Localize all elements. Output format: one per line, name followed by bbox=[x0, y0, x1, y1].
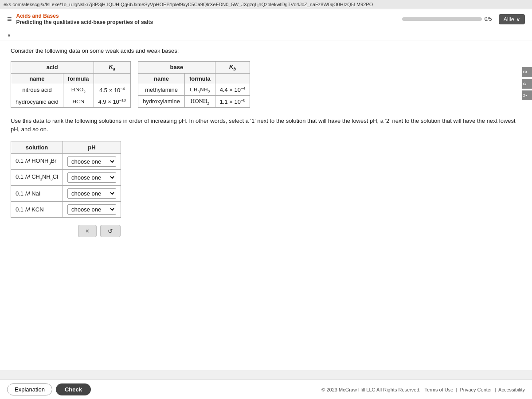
hamburger-icon[interactable]: ≡ bbox=[7, 15, 12, 24]
base-name-1: methylamine bbox=[138, 84, 185, 96]
user-button[interactable]: Allie ∨ bbox=[499, 14, 525, 24]
base-kb-subheader bbox=[215, 73, 250, 84]
ph-select-3[interactable]: choose one 1 2 3 4 bbox=[67, 188, 116, 199]
bottom-left: Explanation Check bbox=[7, 383, 91, 395]
acid-name-1: nitrous acid bbox=[11, 84, 63, 96]
table-row: 0.1 M HONH3Br choose one 1 2 3 4 bbox=[11, 153, 121, 169]
subtitle-label: Predicting the qualitative acid-base pro… bbox=[16, 19, 153, 25]
action-row: × ↺ bbox=[11, 225, 521, 237]
sol-ph-3: choose one 1 2 3 4 bbox=[63, 185, 121, 201]
acid-table: acid Ka name formula nitrous acid HNO2 4… bbox=[11, 61, 131, 108]
acid-row-1: nitrous acid HNO2 4.5 × 10−4 bbox=[11, 84, 131, 96]
table-row: 0.1 M KCN choose one 1 2 3 4 bbox=[11, 201, 121, 217]
side-btn-a[interactable]: A bbox=[522, 90, 532, 101]
acid-ka-subheader bbox=[94, 73, 131, 84]
header-title-block: Acids and Bases Predicting the qualitati… bbox=[16, 13, 153, 25]
side-btn-b[interactable]: B bbox=[522, 67, 532, 77]
expand-bar: ∨ bbox=[0, 29, 532, 40]
header-right: 0/5 Allie ∨ bbox=[402, 14, 525, 24]
privacy-link[interactable]: Privacy Center bbox=[460, 387, 492, 392]
table-row: 0.1 M NaI choose one 1 2 3 4 bbox=[11, 185, 121, 201]
terms-link[interactable]: Terms of Use bbox=[425, 387, 454, 392]
side-btn-o[interactable]: 0̄ bbox=[522, 79, 532, 89]
sol-ph-4: choose one 1 2 3 4 bbox=[63, 201, 121, 217]
course-label: Acids and Bases bbox=[16, 13, 153, 19]
base-table: base Kb name formula methylamine CH3NH2 … bbox=[138, 61, 250, 108]
instruction-text: Use this data to rank the following solu… bbox=[11, 117, 521, 134]
acid-ka-2: 4.9 × 10−10 bbox=[94, 96, 131, 107]
acid-group-header: acid bbox=[11, 62, 94, 74]
sol-ph-2: choose one 1 2 3 4 bbox=[63, 169, 121, 185]
side-buttons: B 0̄ A bbox=[522, 67, 532, 100]
bottom-bar: Explanation Check © 2023 McGraw Hill LLC… bbox=[0, 379, 532, 399]
url-bar: eks.com/alekscgi/x/lsl.exe/1o_u-lgNslkr7… bbox=[0, 0, 532, 9]
ph-select-2[interactable]: choose one 1 2 3 4 bbox=[67, 172, 116, 183]
base-name-2: hydroxylamine bbox=[138, 96, 185, 108]
base-formula-2: HONH2 bbox=[184, 96, 215, 108]
sol-ph-1: choose one 1 2 3 4 bbox=[63, 153, 121, 169]
main-content: B 0̄ A Consider the following data on so… bbox=[0, 40, 532, 370]
intro-text: Consider the following data on some weak… bbox=[11, 47, 521, 54]
ph-select-1[interactable]: choose one 1 2 3 4 bbox=[67, 156, 116, 167]
table-row: 0.1 M CH3NH3Cl choose one 1 2 3 4 bbox=[11, 169, 121, 185]
base-group-header: base bbox=[138, 62, 215, 74]
base-row-1: methylamine CH3NH2 4.4 × 10−4 bbox=[138, 84, 250, 96]
footer-copyright: © 2023 McGraw Hill LLC All Rights Reserv… bbox=[321, 387, 420, 392]
acid-formula-header: formula bbox=[63, 73, 94, 84]
header: ≡ Acids and Bases Predicting the qualita… bbox=[0, 9, 532, 29]
ph-select-4[interactable]: choose one 1 2 3 4 bbox=[67, 204, 116, 215]
reset-button[interactable]: ↺ bbox=[100, 225, 121, 237]
base-kb-2: 1.1 × 10−8 bbox=[215, 96, 250, 108]
acid-name-header: name bbox=[11, 73, 63, 84]
progress-text: 0/5 bbox=[485, 16, 492, 22]
sol-name-1: 0.1 M HONH3Br bbox=[11, 153, 63, 169]
progress-container: 0/5 bbox=[402, 16, 492, 22]
sol-col-ph: pH bbox=[63, 141, 121, 153]
base-row-2: hydroxylamine HONH2 1.1 × 10−8 bbox=[138, 96, 250, 108]
sol-name-2: 0.1 M CH3NH3Cl bbox=[11, 169, 63, 185]
sol-name-4: 0.1 M KCN bbox=[11, 201, 63, 217]
base-formula-header: formula bbox=[184, 73, 215, 84]
check-button[interactable]: Check bbox=[56, 383, 91, 395]
ka-header: Ka bbox=[94, 62, 131, 74]
progress-track bbox=[402, 17, 482, 21]
base-name-header: name bbox=[138, 73, 185, 84]
acid-name-2: hydrocyanic acid bbox=[11, 96, 63, 107]
base-kb-1: 4.4 × 10−4 bbox=[215, 84, 250, 96]
sol-name-3: 0.1 M NaI bbox=[11, 185, 63, 201]
acid-formula-2: HCN bbox=[63, 96, 94, 107]
sol-col-solution: solution bbox=[11, 141, 63, 153]
tables-wrapper: acid Ka name formula nitrous acid HNO2 4… bbox=[11, 61, 521, 108]
expand-icon[interactable]: ∨ bbox=[7, 32, 11, 38]
footer-links: © 2023 McGraw Hill LLC All Rights Reserv… bbox=[321, 387, 525, 392]
explanation-button[interactable]: Explanation bbox=[7, 383, 52, 395]
header-left: ≡ Acids and Bases Predicting the qualita… bbox=[7, 13, 153, 25]
kb-header: Kb bbox=[215, 62, 250, 74]
acid-ka-1: 4.5 × 10−4 bbox=[94, 84, 131, 96]
acid-formula-1: HNO2 bbox=[63, 84, 94, 96]
clear-button[interactable]: × bbox=[78, 225, 97, 237]
accessibility-link[interactable]: Accessibility bbox=[498, 387, 525, 392]
base-formula-1: CH3NH2 bbox=[184, 84, 215, 96]
acid-row-2: hydrocyanic acid HCN 4.9 × 10−10 bbox=[11, 96, 131, 107]
solution-table: solution pH 0.1 M HONH3Br choose one 1 2… bbox=[11, 141, 121, 218]
